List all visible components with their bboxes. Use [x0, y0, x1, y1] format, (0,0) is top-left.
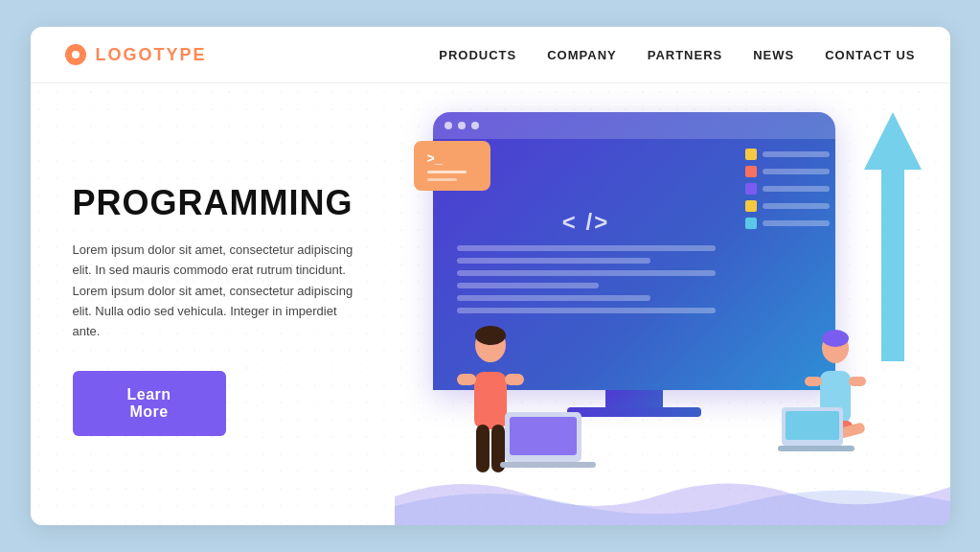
sidebar-sq-3: [745, 183, 757, 195]
sidebar-row-1: [745, 149, 830, 160]
monitor-dot-1: [444, 122, 452, 129]
code-line-3: [457, 270, 716, 276]
sidebar-bar-2: [763, 169, 830, 174]
sidebar-row-5: [745, 218, 830, 229]
logo-icon: [65, 44, 86, 65]
command-bubble: >_: [414, 141, 490, 191]
nav-partners[interactable]: PARTNERS: [648, 48, 723, 62]
hero-illustration: < />: [395, 83, 950, 525]
main-content: PROGRAMMING Lorem ipsum dolor sit amet, …: [31, 83, 950, 525]
svg-rect-7: [505, 374, 524, 385]
hero-description: Lorem ipsum dolor sit amet, consectetur …: [73, 240, 356, 342]
up-arrow-icon: [864, 112, 922, 361]
nav-contact-us[interactable]: CONTACT US: [825, 48, 915, 62]
sidebar-sq-2: [745, 166, 757, 177]
sidebar-sq-4: [745, 200, 757, 212]
sidebar-row-4: [745, 200, 830, 212]
logo-text: LOGOTYPE: [96, 45, 207, 65]
monitor-stand: [605, 390, 663, 407]
code-tag-icon: < />: [562, 209, 609, 236]
code-line-2: [457, 258, 651, 264]
nav-products[interactable]: PRODUCTS: [439, 48, 516, 62]
laptop-right-illustration: [778, 405, 855, 453]
hero-title: PROGRAMMING: [73, 184, 356, 222]
main-card: LOGOTYPE PRODUCTS COMPANY PARTNERS NEWS …: [31, 27, 950, 525]
svg-rect-4: [476, 425, 490, 472]
code-line-6: [457, 308, 716, 313]
svg-rect-17: [500, 462, 596, 468]
logo[interactable]: LOGOTYPE: [65, 44, 207, 65]
monitor-titlebar: [433, 112, 835, 139]
nav: PRODUCTS COMPANY PARTNERS NEWS CONTACT U…: [439, 48, 915, 62]
header: LOGOTYPE PRODUCTS COMPANY PARTNERS NEWS …: [31, 27, 950, 83]
laptop-left-illustration: [500, 410, 596, 468]
code-lines: [457, 245, 716, 320]
cmd-prompt-icon: >_: [427, 150, 477, 166]
cmd-text-line-2: [427, 178, 457, 181]
monitor-dot-3: [471, 122, 479, 129]
code-line-1: [457, 245, 716, 251]
svg-point-2: [475, 326, 506, 345]
sidebar-bar-3: [763, 186, 830, 192]
svg-rect-19: [786, 411, 839, 440]
svg-rect-13: [805, 377, 822, 386]
sidebar-sq-1: [745, 149, 757, 160]
svg-rect-6: [457, 374, 476, 385]
code-line-4: [457, 283, 600, 288]
cmd-text-line-1: [427, 171, 467, 173]
nav-company[interactable]: COMPANY: [547, 48, 616, 62]
svg-point-9: [822, 330, 849, 347]
svg-rect-16: [510, 417, 577, 455]
sidebar-bar-1: [763, 151, 830, 157]
nav-news[interactable]: NEWS: [753, 48, 794, 62]
learn-more-button[interactable]: Learn More: [73, 371, 226, 436]
sidebar-bar-4: [763, 203, 830, 209]
hero-left: PROGRAMMING Lorem ipsum dolor sit amet, …: [31, 83, 395, 525]
svg-marker-0: [864, 112, 922, 361]
sidebar-bar-5: [763, 220, 830, 226]
svg-rect-14: [849, 377, 866, 386]
sidebar-row-2: [745, 166, 830, 177]
sidebar-sq-5: [745, 218, 757, 229]
svg-rect-20: [778, 446, 855, 451]
code-line-5: [457, 295, 651, 301]
sidebar-row-3: [745, 183, 830, 195]
monitor-dot-2: [458, 122, 466, 129]
